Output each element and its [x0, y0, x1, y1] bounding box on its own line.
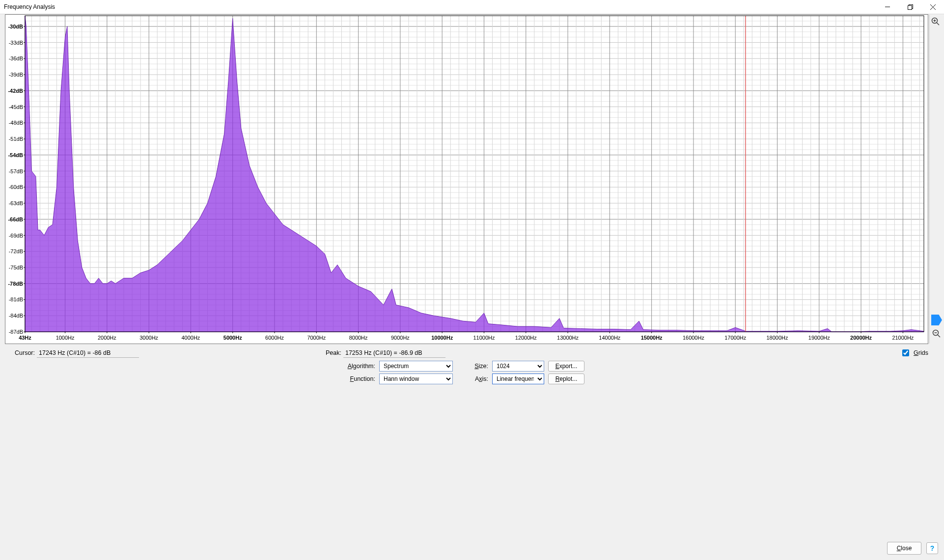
- titlebar: Frequency Analysis: [0, 0, 944, 14]
- cursor-value: 17243 Hz (C#10) = -86 dB: [37, 348, 139, 358]
- cursor-label: Cursor:: [15, 349, 35, 356]
- plot-side-tools: [930, 16, 942, 29]
- svg-line-261: [937, 23, 939, 25]
- svg-text:-54dB: -54dB: [8, 152, 23, 158]
- zoom-out-icon[interactable]: [931, 328, 942, 339]
- svg-text:-60dB: -60dB: [9, 184, 23, 190]
- svg-text:-87dB: -87dB: [9, 329, 23, 335]
- svg-text:-84dB: -84dB: [9, 313, 23, 319]
- param-row-2: Function: Hann window Axis: Linear frequ…: [0, 373, 928, 385]
- readout-row: Cursor: 17243 Hz (C#10) = -86 dB Peak: 1…: [15, 347, 928, 359]
- svg-text:-39dB: -39dB: [9, 72, 23, 78]
- svg-text:16000Hz: 16000Hz: [683, 335, 704, 341]
- close-button[interactable]: Close: [887, 542, 921, 555]
- size-label: Size:: [457, 363, 488, 370]
- svg-text:18000Hz: 18000Hz: [767, 335, 788, 341]
- svg-text:-51dB: -51dB: [9, 136, 23, 142]
- svg-text:4000Hz: 4000Hz: [182, 335, 200, 341]
- svg-text:-81dB: -81dB: [9, 297, 23, 303]
- algorithm-label: Algorithm:: [344, 363, 375, 370]
- svg-text:14000Hz: 14000Hz: [599, 335, 620, 341]
- svg-text:9000Hz: 9000Hz: [391, 335, 410, 341]
- footer: Close ?: [887, 542, 938, 555]
- svg-text:17000Hz: 17000Hz: [724, 335, 746, 341]
- param-row-1: Algorithm: Spectrum Size: 1024 Export...: [0, 360, 928, 373]
- svg-line-265: [938, 335, 940, 337]
- svg-text:-78dB: -78dB: [8, 281, 23, 287]
- svg-text:8000Hz: 8000Hz: [349, 335, 368, 341]
- svg-text:-69dB: -69dB: [9, 233, 23, 239]
- zoom-in-icon[interactable]: [930, 16, 941, 27]
- export-button[interactable]: Export...: [548, 361, 584, 372]
- axis-label: Axis:: [457, 375, 488, 382]
- svg-text:-30dB: -30dB: [8, 24, 23, 29]
- svg-text:-66dB: -66dB: [8, 216, 23, 222]
- svg-text:-36dB: -36dB: [9, 55, 23, 61]
- spectrum-plot[interactable]: -30dB-33dB-36dB-39dB-42dB-45dB-48dB-51dB…: [5, 14, 928, 344]
- svg-text:-63dB: -63dB: [9, 200, 23, 206]
- svg-text:-48dB: -48dB: [9, 120, 23, 126]
- peak-label: Peak:: [326, 349, 341, 356]
- svg-text:21000Hz: 21000Hz: [892, 335, 914, 341]
- svg-text:10000Hz: 10000Hz: [431, 335, 453, 341]
- client-area: -30dB-33dB-36dB-39dB-42dB-45dB-48dB-51dB…: [0, 14, 944, 560]
- size-select[interactable]: 1024: [492, 361, 544, 372]
- function-select[interactable]: Hann window: [379, 373, 453, 384]
- svg-text:13000Hz: 13000Hz: [557, 335, 579, 341]
- svg-text:-75dB: -75dB: [9, 265, 23, 270]
- peak-value: 17253 Hz (C#10) = -86.9 dB: [343, 348, 445, 358]
- svg-text:-42dB: -42dB: [8, 88, 23, 94]
- svg-text:3000Hz: 3000Hz: [139, 335, 158, 341]
- maximize-button[interactable]: [899, 0, 921, 14]
- svg-text:6000Hz: 6000Hz: [265, 335, 284, 341]
- help-button[interactable]: ?: [926, 542, 938, 554]
- svg-text:-45dB: -45dB: [9, 104, 23, 110]
- grids-label[interactable]: Grids: [914, 349, 928, 356]
- axis-select[interactable]: Linear frequency: [492, 373, 544, 384]
- close-window-button[interactable]: [921, 0, 944, 14]
- svg-text:1000Hz: 1000Hz: [56, 335, 75, 341]
- svg-text:20000Hz: 20000Hz: [850, 335, 872, 341]
- svg-rect-2: [908, 5, 912, 9]
- vertical-scrollbar[interactable]: [929, 15, 934, 344]
- grids-checkbox[interactable]: [902, 349, 909, 356]
- svg-text:15000Hz: 15000Hz: [641, 335, 663, 341]
- svg-text:11000Hz: 11000Hz: [473, 335, 495, 341]
- algorithm-select[interactable]: Spectrum: [379, 361, 453, 372]
- svg-text:19000Hz: 19000Hz: [808, 335, 830, 341]
- pin-icon[interactable]: [931, 315, 942, 325]
- svg-text:-57dB: -57dB: [9, 168, 23, 174]
- function-label: Function:: [344, 375, 375, 382]
- window-title: Frequency Analysis: [0, 3, 55, 10]
- svg-text:-72dB: -72dB: [9, 248, 23, 254]
- minimize-button[interactable]: [876, 0, 899, 14]
- replot-button[interactable]: Replot...: [548, 373, 584, 384]
- svg-text:43Hz: 43Hz: [19, 335, 31, 341]
- svg-text:5000Hz: 5000Hz: [223, 335, 242, 341]
- svg-text:-33dB: -33dB: [9, 40, 23, 46]
- svg-text:12000Hz: 12000Hz: [515, 335, 537, 341]
- svg-text:7000Hz: 7000Hz: [307, 335, 326, 341]
- parameter-block: Algorithm: Spectrum Size: 1024 Export...…: [0, 360, 928, 385]
- svg-text:2000Hz: 2000Hz: [98, 335, 116, 341]
